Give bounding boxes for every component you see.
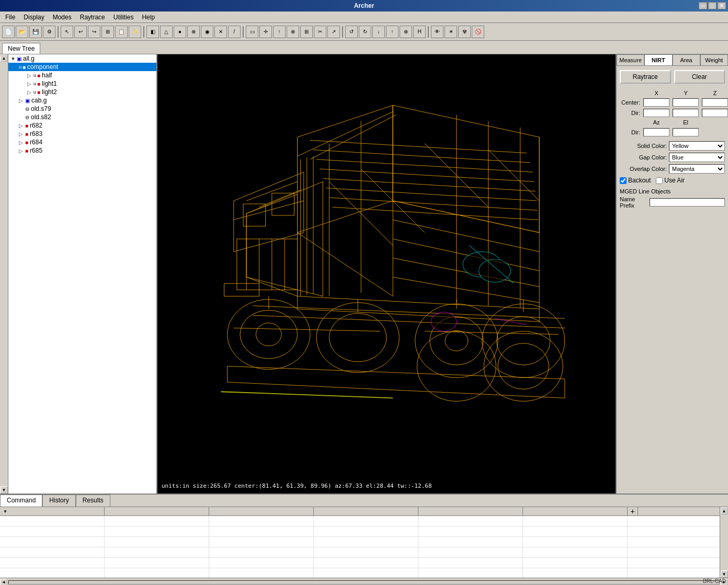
cell-0-4[interactable] [418,516,523,526]
cell-5-3[interactable] [314,568,418,578]
expand-cab-g[interactable]: ▷ [19,98,25,104]
expand-r683[interactable]: ▷ [19,131,25,137]
add-column-btn[interactable]: + [628,507,638,515]
dir1-x-input[interactable]: 1 [643,109,669,117]
az-input[interactable]: 0 [643,128,669,136]
cell-0-1[interactable] [105,516,209,526]
cell-4-2[interactable] [209,558,314,568]
tree-item-half[interactable]: ▷ u ■ half [8,71,156,79]
cell-4-5[interactable] [523,558,628,568]
tab-measure[interactable]: Measure [617,54,644,65]
toolbar-sphere[interactable]: ◉ [201,26,213,38]
menu-utilities[interactable]: Utilities [110,13,137,22]
cell-3-3[interactable] [314,547,418,557]
raytrace-button[interactable]: Raytrace [620,70,671,84]
cell-4-1[interactable] [105,558,209,568]
expand-r684[interactable]: ▷ [19,140,25,145]
el-input[interactable]: 0 [673,128,699,136]
tab-weight[interactable]: Weight [700,54,728,65]
toolbar-redo[interactable]: ↪ [88,26,100,38]
toolbar-cube[interactable]: ◧ [146,26,159,38]
cell-0-2[interactable] [209,516,314,526]
scroll-left-btn[interactable]: ◄ [0,579,7,586]
cell-3-5[interactable] [523,547,628,557]
tree-item-all-g[interactable]: ▼ ▣ all.g [8,54,156,63]
use-air-checkbox-label[interactable]: Use Air [656,177,685,184]
overlap-color-select[interactable]: Magenta [669,164,725,174]
toolbar-h[interactable]: H [413,26,426,38]
cell-2-3[interactable] [314,537,418,547]
toolbar-crosshair[interactable]: ⊕ [287,26,299,38]
toolbar-circle[interactable]: ● [174,26,186,38]
cell-1-1[interactable] [105,526,209,536]
cell-0-0[interactable] [0,516,105,526]
tree-item-old-s82[interactable]: ⊖ old.s82 [8,113,156,121]
toolbar-copy[interactable]: ⊞ [101,26,114,38]
toolbar-select[interactable]: ↖ [61,26,73,38]
center-y-input[interactable]: -228.6 [673,98,699,107]
horizontal-scrollbar[interactable]: ◄ ► [0,578,728,585]
center-x-input[interactable]: 4164.6 [643,98,669,107]
toolbar-cross[interactable]: ✕ [214,26,227,38]
use-air-checkbox[interactable] [656,177,663,184]
toolbar-eye[interactable]: 👁 [431,26,443,38]
tab-results[interactable]: Results [76,495,110,507]
tree-item-light2[interactable]: ▷ u ■ light2 [8,88,156,96]
new-tree-tab-btn[interactable]: New Tree [2,43,40,54]
expand-half[interactable]: ▷ [27,73,33,78]
toolbar-move[interactable]: ✛ [259,26,272,38]
scroll-up[interactable]: ▲ [1,54,8,62]
menu-display[interactable]: Display [20,13,47,22]
center-z-input[interactable]: 1432 [702,98,728,107]
toolbar-undo2[interactable]: ↺ [345,26,358,38]
tab-area[interactable]: Area [673,54,700,65]
tab-command[interactable]: Command [0,495,42,507]
toolbar-sun[interactable]: ☀ [445,26,457,38]
toolbar-paste[interactable]: 📋 [115,26,128,38]
minimize-button[interactable]: — [699,2,707,9]
toolbar-redo2[interactable]: ↻ [359,26,371,38]
tree-item-component[interactable]: u ■ component [8,63,156,71]
cell-4-4[interactable] [418,558,523,568]
toolbar-magic[interactable]: ✨ [129,26,141,38]
expand-light1[interactable]: ▷ [27,81,33,87]
toolbar-save[interactable]: 💾 [29,26,42,38]
menu-modes[interactable]: Modes [50,13,75,22]
scroll-down[interactable]: ▼ [1,486,8,494]
toolbar-hazard[interactable]: ☢ [458,26,471,38]
cell-2-2[interactable] [209,537,314,547]
solid-color-select[interactable]: Yellow [669,141,725,151]
toolbar-slash[interactable]: / [228,26,241,38]
cell-0-5[interactable] [523,516,628,526]
toolbar-poly[interactable]: △ [160,26,173,38]
tree-item-old-s79[interactable]: ⊖ old.s79 [8,105,156,113]
dir1-z-input[interactable]: 0 [702,109,728,117]
toolbar-plus[interactable]: ⊕ [400,26,412,38]
expand-light2[interactable]: ▷ [27,89,33,95]
tree-item-r684[interactable]: ▷ ■ r684 [8,138,156,146]
cell-3-0[interactable] [0,547,105,557]
dir1-y-input[interactable]: 0 [673,109,699,117]
cell-5-5[interactable] [523,568,628,578]
expand-all-g[interactable]: ▼ [10,56,17,62]
toolbar-rect[interactable]: ▭ [246,26,258,38]
expand-r682[interactable]: ▷ [19,123,25,129]
scroll-up-btn[interactable]: ▲ [721,507,728,514]
maximize-button[interactable]: □ [708,2,716,9]
toolbar-undo[interactable]: ↩ [74,26,87,38]
menu-file[interactable]: File [2,13,18,22]
tree-item-r682[interactable]: ▷ ■ r682 [8,121,156,130]
scroll-down-btn[interactable]: ▼ [721,570,728,578]
toolbar-settings[interactable]: ⚙ [43,26,55,38]
backout-checkbox-label[interactable]: Backout [620,177,651,184]
cell-3-2[interactable] [209,547,314,557]
cell-2-1[interactable] [105,537,209,547]
toolbar-up[interactable]: ↑ [273,26,286,38]
cell-4-3[interactable] [314,558,418,568]
toolbar-grid[interactable]: ⊞ [300,26,313,38]
cell-1-5[interactable] [523,526,628,536]
tree-item-light1[interactable]: ▷ u ■ light1 [8,79,156,88]
cell-5-1[interactable] [105,568,209,578]
gap-color-select[interactable]: Blue [669,153,725,162]
tree-item-r683[interactable]: ▷ ■ r683 [8,130,156,138]
